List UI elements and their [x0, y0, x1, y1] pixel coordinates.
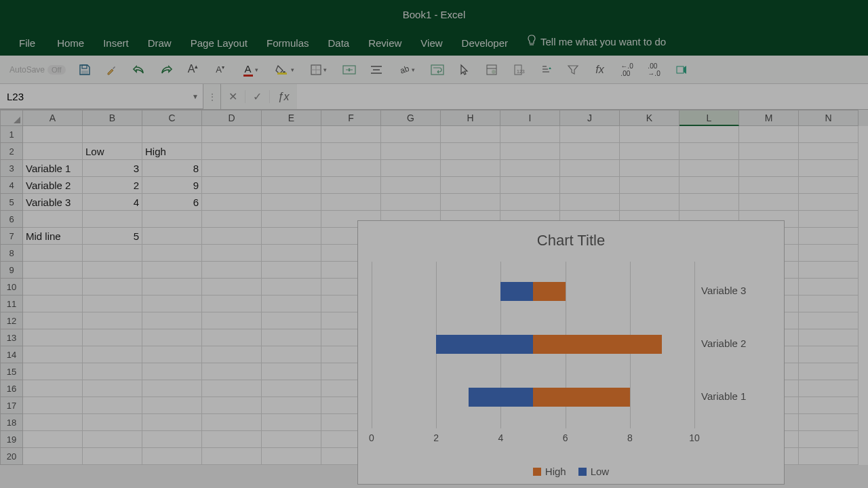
cell-M1[interactable]: [739, 126, 799, 143]
decrease-font-icon[interactable]: A▾: [208, 59, 233, 81]
cell-B6[interactable]: [83, 211, 142, 228]
cell-B1[interactable]: [83, 126, 142, 143]
cell-B3[interactable]: 3: [83, 160, 142, 177]
cell-C17[interactable]: [142, 397, 202, 414]
tab-formulas[interactable]: Formulas: [257, 30, 319, 56]
cell-B2[interactable]: Low: [83, 143, 142, 160]
tell-me-search[interactable]: Tell me what you want to do: [517, 28, 675, 56]
cell-C1[interactable]: [142, 126, 202, 143]
cell-A2[interactable]: [23, 143, 83, 160]
cell-E1[interactable]: [262, 126, 321, 143]
row-header-10[interactable]: 10: [0, 279, 23, 296]
cell-B15[interactable]: [83, 363, 142, 380]
column-header-G[interactable]: G: [381, 110, 441, 126]
row-header-2[interactable]: 2: [0, 143, 23, 160]
tab-review[interactable]: Review: [359, 30, 411, 56]
row-header-13[interactable]: 13: [0, 329, 23, 346]
cell-N17[interactable]: [799, 397, 859, 414]
cell-N10[interactable]: [799, 279, 859, 296]
column-header-C[interactable]: C: [142, 110, 202, 126]
tab-home[interactable]: Home: [47, 30, 94, 56]
cell-N11[interactable]: [799, 296, 859, 312]
column-header-D[interactable]: D: [202, 110, 262, 126]
bar-high-variable-2[interactable]: [533, 335, 662, 354]
cell-K5[interactable]: [620, 194, 679, 211]
legend-item-high[interactable]: High: [533, 466, 566, 477]
cell-L3[interactable]: [679, 160, 739, 177]
row-header-14[interactable]: 14: [0, 346, 23, 363]
cell-A10[interactable]: [23, 279, 83, 296]
cell-D7[interactable]: [202, 228, 262, 245]
cell-J2[interactable]: [560, 143, 620, 160]
tab-file[interactable]: File: [7, 30, 47, 56]
cell-E12[interactable]: [262, 312, 321, 329]
row-header-7[interactable]: 7: [0, 228, 23, 245]
cell-A13[interactable]: [23, 329, 83, 346]
decrease-decimal-icon[interactable]: .00→.0: [642, 59, 667, 81]
bar-low-variable-1[interactable]: [469, 388, 533, 407]
cell-A7[interactable]: Mid line: [23, 228, 83, 245]
cell-F3[interactable]: [321, 160, 381, 177]
bar-low-variable-2[interactable]: [436, 335, 533, 354]
cell-B14[interactable]: [83, 346, 142, 363]
cell-B18[interactable]: [83, 414, 142, 431]
tab-developer[interactable]: Developer: [452, 30, 517, 56]
borders-icon[interactable]: ▾: [303, 59, 334, 81]
fx-icon[interactable]: ƒx: [270, 91, 297, 103]
cell-E17[interactable]: [262, 397, 321, 414]
cell-B10[interactable]: [83, 279, 142, 296]
cell-C18[interactable]: [142, 414, 202, 431]
cell-K4[interactable]: [620, 177, 679, 194]
cell-M2[interactable]: [739, 143, 799, 160]
name-box[interactable]: L23 ▼: [0, 84, 203, 109]
cell-N14[interactable]: [799, 346, 859, 363]
cell-E19[interactable]: [262, 431, 321, 448]
cell-C6[interactable]: [142, 211, 202, 228]
cell-C20[interactable]: [142, 448, 202, 465]
cell-C7[interactable]: [142, 228, 202, 245]
cell-E2[interactable]: [262, 143, 321, 160]
cell-F4[interactable]: [321, 177, 381, 194]
cell-C11[interactable]: [142, 296, 202, 312]
center-align-icon[interactable]: [364, 59, 389, 81]
cell-J4[interactable]: [560, 177, 620, 194]
save-icon[interactable]: [73, 59, 97, 81]
cell-M4[interactable]: [739, 177, 799, 194]
cell-J3[interactable]: [560, 160, 620, 177]
column-header-K[interactable]: K: [620, 110, 679, 126]
cell-C14[interactable]: [142, 346, 202, 363]
cell-D4[interactable]: [202, 177, 262, 194]
cell-N4[interactable]: [799, 177, 859, 194]
cell-H1[interactable]: [441, 126, 500, 143]
cell-H2[interactable]: [441, 143, 500, 160]
row-header-19[interactable]: 19: [0, 431, 23, 448]
cell-N12[interactable]: [799, 312, 859, 329]
cell-E4[interactable]: [262, 177, 321, 194]
cell-D16[interactable]: [202, 380, 262, 397]
cell-M5[interactable]: [739, 194, 799, 211]
cancel-formula-icon[interactable]: ✕: [221, 90, 245, 103]
cell-E3[interactable]: [262, 160, 321, 177]
cell-C16[interactable]: [142, 380, 202, 397]
row-header-11[interactable]: 11: [0, 296, 23, 312]
cell-G4[interactable]: [381, 177, 441, 194]
cell-D17[interactable]: [202, 397, 262, 414]
autosave-toggle[interactable]: AutoSave Off: [5, 65, 70, 75]
cell-B7[interactable]: 5: [83, 228, 142, 245]
paintbrush-icon[interactable]: [100, 59, 124, 81]
column-header-A[interactable]: A: [23, 110, 83, 126]
cell-M3[interactable]: [739, 160, 799, 177]
cell-D3[interactable]: [202, 160, 262, 177]
row-header-15[interactable]: 15: [0, 363, 23, 380]
cell-L2[interactable]: [679, 143, 739, 160]
cell-C10[interactable]: [142, 279, 202, 296]
cell-H4[interactable]: [441, 177, 500, 194]
cell-A3[interactable]: Variable 1: [23, 160, 83, 177]
cell-G3[interactable]: [381, 160, 441, 177]
cell-A16[interactable]: [23, 380, 83, 397]
cell-B13[interactable]: [83, 329, 142, 346]
cell-A12[interactable]: [23, 312, 83, 329]
cell-N6[interactable]: [799, 211, 859, 228]
cell-E16[interactable]: [262, 380, 321, 397]
cell-A8[interactable]: [23, 245, 83, 262]
